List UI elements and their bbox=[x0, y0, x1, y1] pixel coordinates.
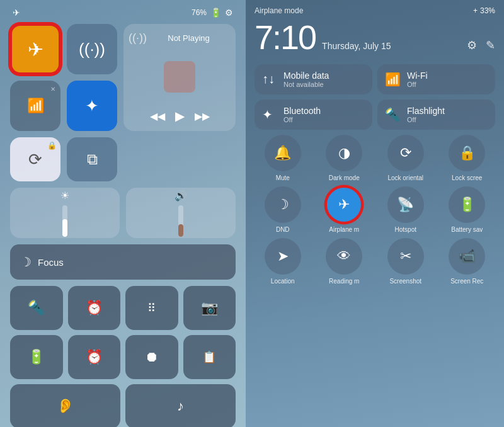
right-panel: Airplane mode + 33% 7:10 Thursday, July … bbox=[246, 0, 504, 427]
dnd-icon: ☽ bbox=[277, 196, 289, 213]
play-button[interactable]: ▶ bbox=[175, 108, 185, 123]
edit-icon-right[interactable]: ✎ bbox=[486, 38, 495, 52]
screen-record-icon: 📹 bbox=[459, 248, 476, 265]
battery-saver-button[interactable]: 🔋 Battery sav bbox=[439, 186, 496, 233]
settings-icon-right[interactable]: ⚙ bbox=[467, 38, 477, 52]
flashlight-tile[interactable]: 🔦 Flashlight Off bbox=[377, 100, 495, 130]
battery-saver-label: Battery sav bbox=[451, 226, 483, 233]
flashlight-tile-title: Flashlight bbox=[407, 106, 445, 116]
mobile-data-title: Mobile data bbox=[284, 71, 329, 81]
airplane-small-icon: ✈ bbox=[13, 8, 20, 18]
location-button[interactable]: ➤ Location bbox=[255, 238, 311, 285]
focus-moon-icon: ☽ bbox=[20, 254, 32, 270]
screenshot-label: Screenshot bbox=[389, 278, 421, 285]
airplane-mode-label: Airplane mode bbox=[255, 6, 303, 15]
brightness-icon: ☀ bbox=[60, 190, 69, 202]
cast-icon: ((·)) bbox=[129, 31, 147, 45]
time-row: 7:10 Thursday, July 15 ⚙ ✎ bbox=[255, 18, 495, 57]
lock-orientation-button[interactable]: ⟳ Lock oriental bbox=[377, 135, 434, 181]
clock-display: 7:10 bbox=[255, 18, 316, 57]
wifi-tile-sub: Off bbox=[407, 81, 428, 88]
date-display: Thursday, July 15 bbox=[322, 41, 461, 51]
dark-mode-button[interactable]: ◑ Dark mode bbox=[316, 135, 373, 181]
wifi-off-line: ✕ bbox=[50, 86, 55, 93]
wifi-tile-icon: 📶 bbox=[385, 72, 401, 87]
now-playing-widget: ((·)) Not Playing ◀◀ ▶ ▶▶ bbox=[123, 24, 236, 131]
wifi-tile[interactable]: 📶 Wi-Fi Off bbox=[377, 64, 495, 94]
flashlight-tile-sub: Off bbox=[407, 116, 445, 123]
reading-mode-label: Reading m bbox=[329, 278, 359, 285]
screen-record-button[interactable]: 📹 Screen Rec bbox=[439, 238, 496, 285]
volume-slider[interactable]: 🔊 bbox=[126, 188, 236, 238]
lock-screen-button[interactable]: 🔒 Lock scree bbox=[439, 135, 496, 181]
calculator-button[interactable]: ⠿ bbox=[125, 286, 178, 330]
notes-button[interactable]: 📋 bbox=[183, 335, 236, 379]
flashlight-tile-icon: 🔦 bbox=[385, 107, 401, 122]
wifi-tile-title: Wi-Fi bbox=[407, 71, 428, 81]
battery-saver-icon: 🔋 bbox=[459, 196, 476, 213]
round-row-2: ☽ DND ✈ Airplane m 📡 Hotspot 🔋 Battery s… bbox=[255, 186, 495, 233]
left-panel: ✈ 76% 🔋 ⚙ ✈ ((·)) ((·)) Not Playing ◀◀ ▶… bbox=[0, 0, 246, 427]
reading-mode-icon: 👁 bbox=[337, 248, 351, 265]
now-playing-label: Not Playing bbox=[168, 33, 209, 43]
dark-mode-icon: ◑ bbox=[338, 145, 350, 161]
hotspot-label: Hotspot bbox=[395, 226, 416, 233]
settings-icon-left: ⚙ bbox=[225, 8, 233, 18]
mute-label: Mute bbox=[276, 174, 290, 181]
round-row-1: 🔔 Mute ◑ Dark mode ⟳ Lock oriental 🔒 Loc… bbox=[255, 135, 495, 181]
dnd-label: DND bbox=[276, 226, 290, 233]
focus-label: Focus bbox=[38, 257, 64, 268]
wifi-off-button[interactable]: 📶 ✕ bbox=[10, 81, 60, 131]
reading-mode-button[interactable]: 👁 Reading m bbox=[316, 238, 373, 285]
next-button[interactable]: ▶▶ bbox=[195, 110, 210, 122]
dark-mode-label: Dark mode bbox=[329, 174, 360, 181]
bluetooth-button[interactable]: ✦ bbox=[67, 81, 117, 131]
hotspot-icon: 📡 bbox=[397, 196, 414, 213]
wifi-button[interactable]: ((·)) bbox=[67, 24, 117, 74]
location-label: Location bbox=[271, 278, 295, 285]
mute-button[interactable]: 🔔 Mute bbox=[255, 135, 311, 181]
lock-icon-sm: 🔒 bbox=[47, 141, 57, 150]
shazam-button[interactable]: ♪ bbox=[125, 384, 236, 427]
screen-mirror-button[interactable]: ⧉ bbox=[67, 137, 117, 181]
lock-orientation-label: Lock oriental bbox=[387, 174, 423, 181]
location-icon: ➤ bbox=[277, 248, 289, 265]
airplane-icon: ✈ bbox=[28, 38, 43, 60]
dnd-button[interactable]: ☽ DND bbox=[255, 186, 311, 233]
focus-button[interactable]: ☽ Focus bbox=[10, 244, 236, 280]
volume-icon: 🔊 bbox=[175, 190, 187, 202]
left-status-bar: ✈ 76% 🔋 ⚙ bbox=[10, 8, 236, 18]
timer-button[interactable]: ⏰ bbox=[68, 286, 121, 330]
mobile-data-icon: ↑↓ bbox=[262, 72, 277, 86]
screen-record-label: Screen Rec bbox=[450, 278, 483, 285]
lock-screen-label: Lock scree bbox=[452, 174, 482, 181]
voice-memo-button[interactable]: ⏺ bbox=[125, 335, 178, 379]
flashlight-button[interactable]: 🔦 bbox=[10, 286, 63, 330]
playback-controls[interactable]: ◀◀ ▶ ▶▶ bbox=[150, 108, 210, 123]
airplane-mode-round-button[interactable]: ✈ Airplane m bbox=[316, 186, 373, 233]
right-status-bar: Airplane mode + 33% bbox=[255, 6, 495, 15]
alarm-button[interactable]: ⏰ bbox=[68, 335, 121, 379]
battery-button[interactable]: 🔋 bbox=[10, 335, 63, 379]
hotspot-button[interactable]: 📡 Hotspot bbox=[377, 186, 434, 233]
bluetooth-icon: ✦ bbox=[85, 96, 99, 116]
battery-percent-left: 76% bbox=[192, 8, 207, 17]
brightness-slider[interactable]: ☀ bbox=[10, 188, 120, 238]
bluetooth-tile-title: Bluetooth bbox=[284, 106, 321, 116]
screenshot-button[interactable]: ✂ Screenshot bbox=[377, 238, 434, 285]
wifi-off-icon: 📶 bbox=[27, 98, 44, 114]
airplane-mode-round-label: Airplane m bbox=[329, 226, 359, 233]
connectivity-tiles: ↑↓ Mobile data Not available 📶 Wi-Fi Off… bbox=[255, 64, 495, 130]
bluetooth-tile[interactable]: ✦ Bluetooth Off bbox=[255, 100, 372, 130]
airplane-mode-button[interactable]: ✈ bbox=[10, 24, 60, 74]
bluetooth-tile-sub: Off bbox=[284, 116, 321, 123]
orientation-button[interactable]: ⟳ 🔒 bbox=[10, 137, 60, 181]
mute-icon: 🔔 bbox=[274, 145, 291, 161]
prev-button[interactable]: ◀◀ bbox=[150, 110, 165, 122]
orientation-icon: ⟳ bbox=[28, 150, 42, 169]
mobile-data-sub: Not available bbox=[284, 81, 329, 88]
mobile-data-tile[interactable]: ↑↓ Mobile data Not available bbox=[255, 64, 372, 94]
camera-button[interactable]: 📷 bbox=[183, 286, 236, 330]
battery-percent-right: 33% bbox=[480, 6, 495, 15]
hearing-button[interactable]: 👂 bbox=[10, 384, 120, 427]
